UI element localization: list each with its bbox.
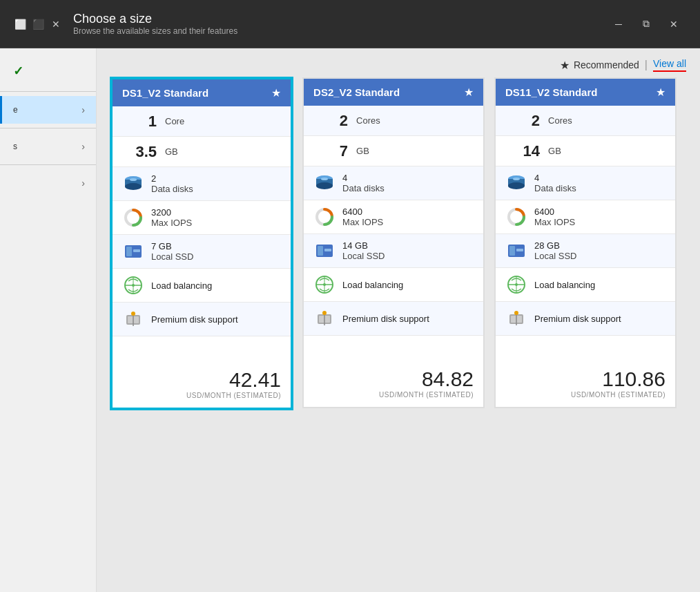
recommended-label: ★ Recommended — [560, 59, 639, 72]
lb-icon-ds1v2 — [122, 274, 144, 296]
disks-label-ds2v2: Data disks — [342, 183, 385, 193]
sidebar: ✓ e › s › › — [0, 48, 97, 592]
window-restore-button[interactable]: ⧉ — [634, 12, 659, 37]
cores-label-ds1v2: Core — [165, 116, 184, 126]
svg-point-30 — [322, 311, 327, 315]
recommended-bar: ★ Recommended | View all — [97, 48, 700, 77]
close-icon-btn[interactable]: ✕ — [50, 18, 62, 30]
iops-value-ds2v2: 6400 — [342, 207, 383, 217]
chevron-right-icon-3: › — [81, 178, 85, 189]
price-label-ds1v2: USD/MONTH (ESTIMATED) — [122, 392, 281, 399]
svg-point-35 — [513, 178, 520, 180]
price-value-ds11v2: 110.86 — [505, 367, 665, 391]
window-minimize-button[interactable]: ─ — [606, 12, 631, 37]
card-ram-row-ds2v2: 7 GB — [304, 136, 483, 166]
card-iops-row-ds2v2: 6400 Max IOPS — [304, 200, 483, 234]
sidebar-item-1[interactable]: ✓ — [0, 55, 96, 87]
sidebar-divider-3 — [0, 164, 96, 165]
svg-rect-39 — [516, 249, 523, 251]
card-ram-row-ds1v2: 3.5 GB — [113, 137, 291, 167]
dialog-title-section: Choose a size Browse the available sizes… — [73, 12, 606, 36]
cards-container: DS1_V2 Standard ★ 1 Core 3.5 GB — [97, 77, 700, 592]
premium-icon-ds2v2 — [313, 307, 336, 330]
iops-icon-ds2v2 — [313, 206, 336, 228]
lb-label-ds1v2: Load balancing — [151, 280, 212, 291]
disks-value-ds2v2: 4 — [342, 173, 385, 183]
price-value-ds2v2: 84.82 — [313, 367, 474, 391]
vm-card-ds1v2[interactable]: DS1_V2 Standard ★ 1 Core 3.5 GB — [110, 77, 293, 410]
card-title-ds2v2: DS2_V2 Standard — [313, 86, 400, 98]
card-iops-row-ds1v2: 3200 Max IOPS — [113, 201, 291, 235]
sidebar-item-4[interactable]: › — [0, 169, 96, 197]
ssd-value-ds2v2: 14 GB — [342, 240, 385, 251]
premium-label-ds11v2: Premium disk support — [534, 314, 621, 324]
card-ssd-row-ds2v2: 14 GB Local SSD — [304, 234, 483, 268]
card-star-ds1v2: ★ — [271, 86, 281, 99]
ssd-label-ds2v2: Local SSD — [342, 251, 385, 261]
sidebar-item-2[interactable]: e › — [0, 96, 96, 124]
card-header-ds11v2: DS11_V2 Standard ★ — [496, 79, 675, 106]
lb-icon-ds2v2 — [313, 274, 336, 296]
card-lb-row-ds1v2: Load balancing — [113, 269, 291, 303]
card-spacer-ds1v2 — [113, 336, 291, 357]
iops-label-ds1v2: Max IOPS — [151, 218, 192, 228]
premium-icon-ds11v2 — [505, 307, 527, 330]
recommended-text: Recommended — [574, 59, 639, 70]
separator: | — [645, 59, 648, 71]
svg-rect-38 — [509, 246, 515, 256]
premium-label-ds2v2: Premium disk support — [342, 314, 429, 324]
vm-card-ds11v2[interactable]: DS11_V2 Standard ★ 2 Cores 14 GB — [494, 77, 677, 408]
maximize-icon-btn[interactable]: ⬛ — [32, 18, 44, 30]
card-disks-row-ds1v2: 2 Data disks — [113, 167, 291, 201]
card-star-ds2v2: ★ — [464, 86, 474, 99]
cores-value-ds11v2: 2 — [505, 112, 540, 130]
iops-value-ds11v2: 6400 — [534, 207, 575, 217]
minimize-icon-btn[interactable]: ⬜ — [14, 18, 26, 30]
cores-value-ds2v2: 2 — [313, 112, 348, 130]
card-iops-row-ds11v2: 6400 Max IOPS — [496, 200, 675, 234]
checkmark-icon: ✓ — [13, 64, 23, 79]
disk-icon-ds11v2 — [505, 172, 527, 194]
card-premium-row-ds2v2: Premium disk support — [304, 302, 483, 336]
sidebar-item-3[interactable]: s › — [0, 133, 96, 160]
vm-card-ds2v2[interactable]: DS2_V2 Standard ★ 2 Cores 7 GB — [302, 77, 485, 408]
cores-label-ds2v2: Cores — [356, 115, 380, 126]
ssd-icon-ds11v2 — [505, 240, 527, 262]
card-star-ds11v2: ★ — [656, 86, 665, 99]
card-price-ds1v2: 42.41 USD/MONTH (ESTIMATED) — [113, 357, 291, 408]
dialog-title: Choose a size — [73, 12, 606, 26]
card-ssd-row-ds1v2: 7 GB Local SSD — [113, 235, 291, 269]
card-disks-row-ds11v2: 4 Data disks — [496, 166, 675, 200]
ssd-label-ds1v2: Local SSD — [151, 251, 193, 262]
ram-value-ds2v2: 7 — [313, 142, 348, 160]
chevron-right-icon-2: › — [81, 141, 85, 152]
svg-point-3 — [130, 178, 137, 181]
view-all-link[interactable]: View all — [653, 58, 686, 72]
sidebar-item-2-label: e — [13, 105, 18, 115]
card-cores-row-ds11v2: 2 Cores — [496, 106, 675, 136]
disks-label-ds1v2: Data disks — [151, 184, 193, 194]
card-header-ds1v2: DS1_V2 Standard ★ — [113, 79, 291, 106]
svg-point-19 — [321, 178, 328, 180]
card-spacer-ds2v2 — [304, 336, 483, 356]
ram-value-ds1v2: 3.5 — [122, 143, 157, 161]
price-label-ds2v2: USD/MONTH (ESTIMATED) — [313, 391, 474, 399]
lb-label-ds2v2: Load balancing — [342, 280, 403, 290]
svg-rect-22 — [318, 246, 323, 256]
cores-value-ds1v2: 1 — [122, 113, 157, 131]
svg-rect-23 — [324, 249, 331, 251]
card-header-ds2v2: DS2_V2 Standard ★ — [304, 79, 483, 106]
svg-rect-7 — [133, 249, 140, 252]
title-bar-controls: ⬜ ⬛ ✕ — [14, 18, 62, 30]
window-buttons: ─ ⧉ ✕ — [606, 12, 686, 37]
iops-value-ds1v2: 3200 — [151, 207, 192, 218]
card-ram-row-ds11v2: 14 GB — [496, 136, 675, 166]
premium-icon-ds1v2 — [122, 308, 144, 330]
price-value-ds1v2: 42.41 — [122, 368, 281, 392]
svg-point-18 — [316, 182, 333, 189]
card-title-ds11v2: DS11_V2 Standard — [505, 86, 597, 98]
window-close-button[interactable]: ✕ — [661, 12, 686, 37]
ssd-icon-ds2v2 — [313, 240, 336, 262]
disk-icon-ds1v2 — [122, 173, 144, 195]
title-bar: ⬜ ⬛ ✕ Choose a size Browse the available… — [0, 0, 700, 48]
